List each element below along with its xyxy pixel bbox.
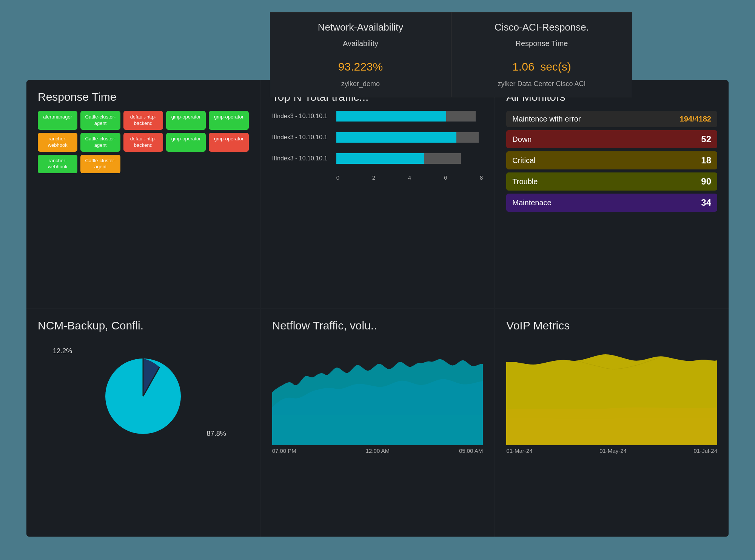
availability-subtitle: zylker_demo bbox=[285, 80, 436, 88]
rt-tag-10: rancher-webhook bbox=[38, 155, 77, 174]
monitor-label-maintenance: Maintenace bbox=[512, 198, 551, 207]
cisco-aci-title: Cisco-ACI-Response. bbox=[467, 22, 617, 33]
cisco-aci-card: Cisco-ACI-Response. Response Time 1.06 s… bbox=[451, 12, 632, 97]
axis-6: 6 bbox=[444, 174, 447, 181]
top-n-traffic-cell: Top N Total traffic... IfIndex3 - 10.10.… bbox=[261, 80, 495, 308]
netflow-title: Netflow Traffic, volu.. bbox=[272, 319, 483, 332]
voip-axis: 01-Mar-24 01-May-24 01-Jul-24 bbox=[506, 448, 717, 454]
rt-tag-5: rancher-webhook bbox=[38, 133, 77, 152]
ncm-backup-title: NCM-Backup, Confli. bbox=[38, 319, 249, 332]
pie-chart-area: 12.2% 87.8% bbox=[38, 340, 249, 453]
pie-label-left: 12.2% bbox=[53, 347, 72, 355]
availability-unit: % bbox=[373, 60, 383, 73]
voip-svg bbox=[506, 340, 717, 445]
rt-tag-4: gmp-operator bbox=[209, 111, 248, 130]
netflow-axis-1: 12:00 AM bbox=[366, 448, 390, 454]
axis-4: 4 bbox=[408, 174, 411, 181]
monitor-row-down: Down 52 bbox=[506, 130, 717, 148]
availability-value: 93.223% bbox=[285, 51, 436, 75]
rt-tag-0: alertmanager bbox=[38, 111, 77, 130]
bar-row-1: IfIndex3 - 10.10.10.1 bbox=[272, 132, 483, 143]
netflow-traffic-cell: Netflow Traffic, volu.. 07:00 PM 12:00 A… bbox=[261, 309, 495, 537]
rt-tag-9: gmp-operator bbox=[209, 133, 248, 152]
netflow-axis-2: 05:00 AM bbox=[459, 448, 483, 454]
voip-area-chart bbox=[506, 340, 717, 445]
monitor-row-maintenance: Maintenace 34 bbox=[506, 194, 717, 212]
response-time-value: 1.06 sec(s) bbox=[467, 51, 617, 75]
bar-cyan-0 bbox=[336, 111, 447, 122]
network-availability-title: Network-Availability bbox=[285, 22, 436, 33]
availability-number: 93.223 bbox=[338, 60, 373, 73]
bar-container-0 bbox=[336, 111, 483, 122]
rt-tag-11: Cattle-cluster-agent bbox=[80, 155, 120, 174]
rt-tag-1: Cattle-cluster-agent bbox=[80, 111, 120, 130]
monitor-row-critical: Critical 18 bbox=[506, 151, 717, 169]
response-time-unit: sec(s) bbox=[540, 60, 571, 73]
monitor-rows: Maintence with error 194/4182 Down 52 Cr… bbox=[506, 111, 717, 212]
rt-tag-7: default-http-backend bbox=[123, 133, 163, 152]
netflow-area-chart bbox=[272, 340, 483, 445]
top-cards-container: Network-Availability Availability 93.223… bbox=[162, 12, 740, 97]
monitor-value-down: 52 bbox=[701, 134, 711, 145]
network-availability-card: Network-Availability Availability 93.223… bbox=[270, 12, 451, 97]
bar-container-1 bbox=[336, 132, 483, 143]
all-monitors-cell: All Monitors Maintence with error 194/41… bbox=[495, 80, 729, 308]
response-time-label: Response Time bbox=[467, 39, 617, 48]
monitor-label-trouble: Trouble bbox=[512, 177, 538, 186]
bar-cyan-1 bbox=[336, 132, 457, 143]
bar-label-2: IfIndex3 - 10.10.10.1 bbox=[272, 155, 333, 162]
rt-tag-2: default-http-backend bbox=[123, 111, 163, 130]
response-time-tags: alertmanager Cattle-cluster-agent defaul… bbox=[38, 111, 249, 173]
voip-axis-0: 01-Mar-24 bbox=[506, 448, 532, 454]
cisco-aci-subtitle: zylker Data Center Cisco ACI bbox=[467, 80, 617, 88]
bar-label-0: IfIndex3 - 10.10.10.1 bbox=[272, 113, 333, 120]
netflow-axis-0: 07:00 PM bbox=[272, 448, 296, 454]
bar-container-2 bbox=[336, 153, 483, 164]
monitor-label-critical: Critical bbox=[512, 156, 535, 165]
monitor-row-maintenance-error: Maintence with error 194/4182 bbox=[506, 111, 717, 127]
bar-gray-2 bbox=[424, 153, 461, 164]
main-grid: Response Time alertmanager Cattle-cluste… bbox=[26, 80, 729, 537]
voip-metrics-cell: VoIP Metrics 01-Mar-24 01-May-24 bbox=[495, 309, 729, 537]
ncm-backup-cell: NCM-Backup, Confli. 12.2% 87.8% bbox=[26, 309, 260, 537]
axis-2: 2 bbox=[372, 174, 375, 181]
response-time-cell: Response Time alertmanager Cattle-cluste… bbox=[26, 80, 260, 308]
bar-gray-0 bbox=[446, 111, 476, 122]
monitor-label-maintenance-error: Maintence with error bbox=[512, 115, 581, 123]
availability-label: Availability bbox=[285, 39, 436, 48]
rt-tag-6: Cattle-cluster-agent bbox=[80, 133, 120, 152]
axis-0: 0 bbox=[336, 174, 339, 181]
pie-label-right: 87.8% bbox=[207, 430, 226, 438]
monitor-value-maintenance-error: 194/4182 bbox=[680, 115, 711, 123]
bar-row-0: IfIndex3 - 10.10.10.1 bbox=[272, 111, 483, 122]
voip-axis-2: 01-Jul-24 bbox=[693, 448, 717, 454]
bar-cyan-2 bbox=[336, 153, 424, 164]
bar-gray-1 bbox=[456, 132, 478, 143]
axis-8: 8 bbox=[480, 174, 483, 181]
voip-axis-1: 01-May-24 bbox=[599, 448, 627, 454]
netflow-svg bbox=[272, 340, 483, 445]
voip-title: VoIP Metrics bbox=[506, 319, 717, 332]
bar-axis: 0 2 4 6 8 bbox=[272, 174, 483, 181]
rt-tag-8: gmp-operator bbox=[166, 133, 206, 152]
response-time-number: 1.06 bbox=[512, 60, 534, 73]
bar-row-2: IfIndex3 - 10.10.10.1 bbox=[272, 153, 483, 164]
bar-chart: IfIndex3 - 10.10.10.1 IfIndex3 - 10.10.1… bbox=[272, 111, 483, 181]
monitor-value-trouble: 90 bbox=[701, 176, 711, 187]
monitor-label-down: Down bbox=[512, 135, 532, 144]
rt-tag-3: gmp-operator bbox=[166, 111, 206, 130]
pie-chart-svg bbox=[98, 351, 188, 442]
monitor-value-critical: 18 bbox=[701, 155, 711, 166]
monitor-value-maintenance: 34 bbox=[701, 197, 711, 208]
netflow-axis: 07:00 PM 12:00 AM 05:00 AM bbox=[272, 448, 483, 454]
bar-label-1: IfIndex3 - 10.10.10.1 bbox=[272, 134, 333, 141]
monitor-row-trouble: Trouble 90 bbox=[506, 172, 717, 191]
